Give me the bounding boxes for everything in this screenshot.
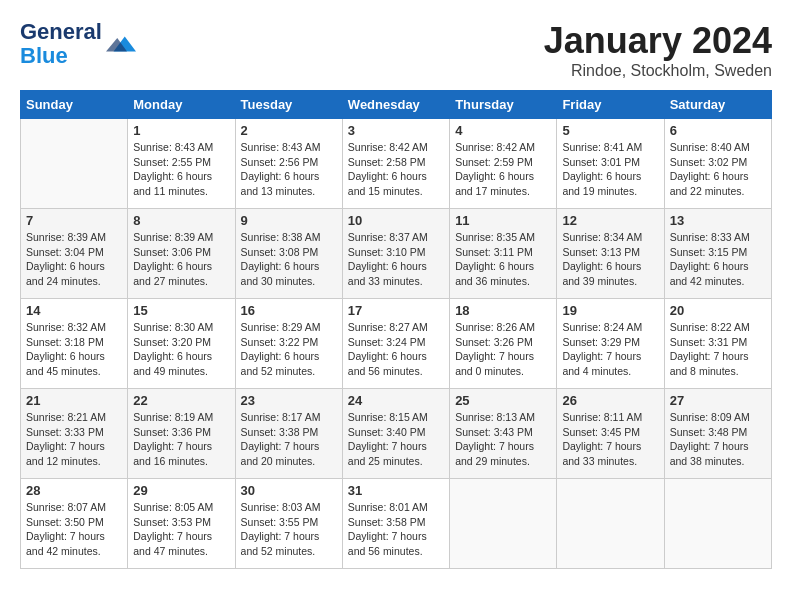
logo-text: General Blue — [20, 20, 102, 68]
day-number: 9 — [241, 213, 337, 228]
day-number: 22 — [133, 393, 229, 408]
calendar-cell: 23Sunrise: 8:17 AMSunset: 3:38 PMDayligh… — [235, 389, 342, 479]
calendar-cell: 1Sunrise: 8:43 AMSunset: 2:55 PMDaylight… — [128, 119, 235, 209]
calendar-header: SundayMondayTuesdayWednesdayThursdayFrid… — [21, 91, 772, 119]
calendar-body: 1Sunrise: 8:43 AMSunset: 2:55 PMDaylight… — [21, 119, 772, 569]
calendar-cell: 13Sunrise: 8:33 AMSunset: 3:15 PMDayligh… — [664, 209, 771, 299]
title-block: January 2024 Rindoe, Stockholm, Sweden — [544, 20, 772, 80]
week-row-3: 14Sunrise: 8:32 AMSunset: 3:18 PMDayligh… — [21, 299, 772, 389]
day-number: 20 — [670, 303, 766, 318]
day-info: Sunrise: 8:30 AMSunset: 3:20 PMDaylight:… — [133, 320, 229, 379]
day-info: Sunrise: 8:39 AMSunset: 3:06 PMDaylight:… — [133, 230, 229, 289]
day-info: Sunrise: 8:41 AMSunset: 3:01 PMDaylight:… — [562, 140, 658, 199]
calendar-cell: 15Sunrise: 8:30 AMSunset: 3:20 PMDayligh… — [128, 299, 235, 389]
day-number: 29 — [133, 483, 229, 498]
calendar-cell: 26Sunrise: 8:11 AMSunset: 3:45 PMDayligh… — [557, 389, 664, 479]
day-info: Sunrise: 8:22 AMSunset: 3:31 PMDaylight:… — [670, 320, 766, 379]
day-info: Sunrise: 8:03 AMSunset: 3:55 PMDaylight:… — [241, 500, 337, 559]
day-number: 13 — [670, 213, 766, 228]
calendar-cell: 8Sunrise: 8:39 AMSunset: 3:06 PMDaylight… — [128, 209, 235, 299]
day-info: Sunrise: 8:29 AMSunset: 3:22 PMDaylight:… — [241, 320, 337, 379]
weekday-header-friday: Friday — [557, 91, 664, 119]
calendar-cell: 27Sunrise: 8:09 AMSunset: 3:48 PMDayligh… — [664, 389, 771, 479]
day-number: 1 — [133, 123, 229, 138]
day-number: 23 — [241, 393, 337, 408]
calendar-cell — [21, 119, 128, 209]
day-number: 4 — [455, 123, 551, 138]
weekday-header-sunday: Sunday — [21, 91, 128, 119]
day-info: Sunrise: 8:33 AMSunset: 3:15 PMDaylight:… — [670, 230, 766, 289]
day-info: Sunrise: 8:43 AMSunset: 2:56 PMDaylight:… — [241, 140, 337, 199]
day-number: 31 — [348, 483, 444, 498]
calendar-cell: 21Sunrise: 8:21 AMSunset: 3:33 PMDayligh… — [21, 389, 128, 479]
calendar-cell: 29Sunrise: 8:05 AMSunset: 3:53 PMDayligh… — [128, 479, 235, 569]
month-title: January 2024 — [544, 20, 772, 62]
day-info: Sunrise: 8:39 AMSunset: 3:04 PMDaylight:… — [26, 230, 122, 289]
calendar-cell: 25Sunrise: 8:13 AMSunset: 3:43 PMDayligh… — [450, 389, 557, 479]
day-number: 8 — [133, 213, 229, 228]
day-number: 7 — [26, 213, 122, 228]
day-info: Sunrise: 8:05 AMSunset: 3:53 PMDaylight:… — [133, 500, 229, 559]
day-number: 18 — [455, 303, 551, 318]
day-info: Sunrise: 8:40 AMSunset: 3:02 PMDaylight:… — [670, 140, 766, 199]
calendar-cell: 17Sunrise: 8:27 AMSunset: 3:24 PMDayligh… — [342, 299, 449, 389]
day-info: Sunrise: 8:42 AMSunset: 2:59 PMDaylight:… — [455, 140, 551, 199]
day-number: 5 — [562, 123, 658, 138]
day-number: 16 — [241, 303, 337, 318]
day-number: 24 — [348, 393, 444, 408]
weekday-header-monday: Monday — [128, 91, 235, 119]
weekday-header-wednesday: Wednesday — [342, 91, 449, 119]
day-info: Sunrise: 8:35 AMSunset: 3:11 PMDaylight:… — [455, 230, 551, 289]
calendar-cell: 4Sunrise: 8:42 AMSunset: 2:59 PMDaylight… — [450, 119, 557, 209]
day-info: Sunrise: 8:17 AMSunset: 3:38 PMDaylight:… — [241, 410, 337, 469]
day-number: 6 — [670, 123, 766, 138]
calendar-cell: 19Sunrise: 8:24 AMSunset: 3:29 PMDayligh… — [557, 299, 664, 389]
calendar-cell: 16Sunrise: 8:29 AMSunset: 3:22 PMDayligh… — [235, 299, 342, 389]
weekday-header-row: SundayMondayTuesdayWednesdayThursdayFrid… — [21, 91, 772, 119]
day-number: 14 — [26, 303, 122, 318]
calendar-cell: 7Sunrise: 8:39 AMSunset: 3:04 PMDaylight… — [21, 209, 128, 299]
calendar-cell: 9Sunrise: 8:38 AMSunset: 3:08 PMDaylight… — [235, 209, 342, 299]
calendar-cell: 30Sunrise: 8:03 AMSunset: 3:55 PMDayligh… — [235, 479, 342, 569]
day-info: Sunrise: 8:09 AMSunset: 3:48 PMDaylight:… — [670, 410, 766, 469]
day-info: Sunrise: 8:32 AMSunset: 3:18 PMDaylight:… — [26, 320, 122, 379]
logo-icon — [106, 29, 136, 59]
day-info: Sunrise: 8:15 AMSunset: 3:40 PMDaylight:… — [348, 410, 444, 469]
calendar-cell — [450, 479, 557, 569]
day-info: Sunrise: 8:27 AMSunset: 3:24 PMDaylight:… — [348, 320, 444, 379]
calendar-cell: 2Sunrise: 8:43 AMSunset: 2:56 PMDaylight… — [235, 119, 342, 209]
weekday-header-saturday: Saturday — [664, 91, 771, 119]
day-info: Sunrise: 8:11 AMSunset: 3:45 PMDaylight:… — [562, 410, 658, 469]
day-info: Sunrise: 8:38 AMSunset: 3:08 PMDaylight:… — [241, 230, 337, 289]
calendar-cell: 24Sunrise: 8:15 AMSunset: 3:40 PMDayligh… — [342, 389, 449, 479]
day-info: Sunrise: 8:26 AMSunset: 3:26 PMDaylight:… — [455, 320, 551, 379]
day-info: Sunrise: 8:07 AMSunset: 3:50 PMDaylight:… — [26, 500, 122, 559]
day-info: Sunrise: 8:24 AMSunset: 3:29 PMDaylight:… — [562, 320, 658, 379]
day-number: 19 — [562, 303, 658, 318]
page-header: General Blue January 2024 Rindoe, Stockh… — [20, 20, 772, 80]
location: Rindoe, Stockholm, Sweden — [544, 62, 772, 80]
week-row-2: 7Sunrise: 8:39 AMSunset: 3:04 PMDaylight… — [21, 209, 772, 299]
calendar-cell: 31Sunrise: 8:01 AMSunset: 3:58 PMDayligh… — [342, 479, 449, 569]
day-number: 10 — [348, 213, 444, 228]
day-info: Sunrise: 8:37 AMSunset: 3:10 PMDaylight:… — [348, 230, 444, 289]
day-number: 2 — [241, 123, 337, 138]
calendar-cell: 6Sunrise: 8:40 AMSunset: 3:02 PMDaylight… — [664, 119, 771, 209]
calendar-cell: 18Sunrise: 8:26 AMSunset: 3:26 PMDayligh… — [450, 299, 557, 389]
calendar-cell: 14Sunrise: 8:32 AMSunset: 3:18 PMDayligh… — [21, 299, 128, 389]
day-number: 26 — [562, 393, 658, 408]
calendar-table: SundayMondayTuesdayWednesdayThursdayFrid… — [20, 90, 772, 569]
calendar-cell — [557, 479, 664, 569]
calendar-cell: 5Sunrise: 8:41 AMSunset: 3:01 PMDaylight… — [557, 119, 664, 209]
day-number: 30 — [241, 483, 337, 498]
week-row-5: 28Sunrise: 8:07 AMSunset: 3:50 PMDayligh… — [21, 479, 772, 569]
day-number: 25 — [455, 393, 551, 408]
calendar-cell: 22Sunrise: 8:19 AMSunset: 3:36 PMDayligh… — [128, 389, 235, 479]
calendar-cell: 28Sunrise: 8:07 AMSunset: 3:50 PMDayligh… — [21, 479, 128, 569]
day-info: Sunrise: 8:21 AMSunset: 3:33 PMDaylight:… — [26, 410, 122, 469]
day-number: 28 — [26, 483, 122, 498]
day-number: 21 — [26, 393, 122, 408]
day-info: Sunrise: 8:19 AMSunset: 3:36 PMDaylight:… — [133, 410, 229, 469]
day-info: Sunrise: 8:13 AMSunset: 3:43 PMDaylight:… — [455, 410, 551, 469]
weekday-header-tuesday: Tuesday — [235, 91, 342, 119]
